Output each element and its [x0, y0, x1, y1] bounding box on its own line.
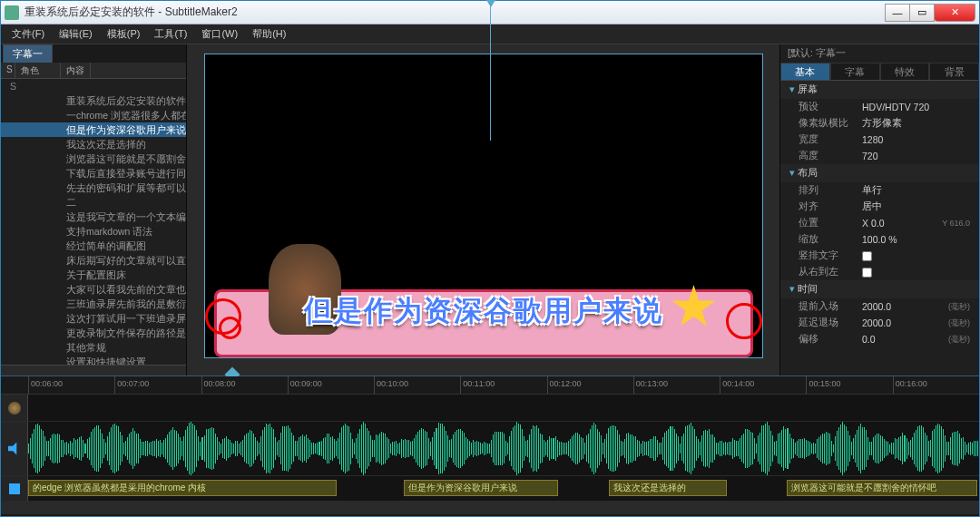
- list-item[interactable]: 一chrome 浏览器很多人都在夸: [1, 108, 186, 122]
- list-item[interactable]: 浏览器这可能就是不愿割舍的情: [1, 151, 186, 166]
- subtitle-list-panel: 字幕一 S 角色 内容 S重装系统后必定安装的软件一chrome 浏览器很多人都…: [1, 44, 187, 376]
- list-item[interactable]: 其他常规: [1, 340, 186, 355]
- video-preview[interactable]: 但是作为资深谷歌用户来说: [204, 54, 763, 358]
- list-item[interactable]: 大家可以看我先前的文章也是率: [1, 282, 186, 297]
- list-letter: S: [1, 79, 186, 93]
- col-role[interactable]: 角色: [15, 63, 61, 78]
- prop-pos-x[interactable]: X 0.0: [862, 218, 938, 229]
- prop-preset[interactable]: HDV/HDTV 720: [862, 102, 970, 112]
- menu-edit[interactable]: 编辑(E): [52, 25, 100, 43]
- ruler-tick: 00:10:00: [374, 376, 460, 394]
- prop-leadin[interactable]: 2000.0: [862, 301, 945, 312]
- preview-area: 但是作为资深谷歌用户来说: [187, 44, 779, 367]
- video-track[interactable]: [1, 395, 979, 422]
- app-icon: [5, 5, 19, 20]
- list-header: S 角色 内容: [1, 63, 186, 79]
- list-item[interactable]: 更改录制文件保存的路径是必不: [1, 326, 186, 340]
- list-hscroll[interactable]: [1, 365, 186, 376]
- audio-track-icon: [8, 443, 21, 455]
- menu-template[interactable]: 模板(P): [100, 25, 148, 43]
- subtitle-clip[interactable]: 的edge 浏览器虽然都是采用的chrome 内核: [28, 480, 337, 496]
- prop-aspect[interactable]: 方形像素: [862, 117, 970, 130]
- tab-bg[interactable]: 背景: [929, 63, 979, 80]
- prop-arrange[interactable]: 单行: [862, 184, 970, 197]
- list-item[interactable]: 支持markdown 语法: [1, 224, 186, 239]
- section-layout[interactable]: 布局: [780, 164, 979, 182]
- ruler-tick: 00:07:00: [114, 376, 201, 394]
- menu-window[interactable]: 窗口(W): [194, 25, 245, 43]
- ruler-tick: 00:14:00: [720, 376, 806, 394]
- list-item[interactable]: 关于配置图床: [1, 268, 186, 282]
- audio-track[interactable]: [1, 422, 979, 476]
- playhead[interactable]: [490, 0, 491, 141]
- subtitle-tab[interactable]: 字幕一: [3, 44, 53, 63]
- properties-panel: [默认: 字幕一 基本 字幕 特效 背景 屏幕 预设HDV/HDTV 720 像…: [779, 44, 979, 376]
- video-track-icon: [8, 402, 21, 415]
- window-title: 重装系统后必定安装的软件 - SubtitleMaker2: [24, 5, 886, 20]
- default-label: [默认: 字幕一: [780, 44, 979, 63]
- tab-basic[interactable]: 基本: [780, 63, 830, 80]
- section-screen[interactable]: 屏幕: [780, 81, 979, 99]
- col-s[interactable]: S: [1, 63, 15, 78]
- list-item[interactable]: 经过简单的调配图: [1, 239, 186, 253]
- ruler-tick: 00:09:00: [288, 376, 374, 394]
- prop-leadout[interactable]: 2000.0: [862, 317, 945, 328]
- tab-subtitle[interactable]: 字幕: [830, 63, 880, 80]
- menu-help[interactable]: 帮助(H): [245, 25, 293, 43]
- list-item[interactable]: 三班迪录屏先前我的是敷衍录屏: [1, 297, 186, 311]
- timeline: 00:06:0000:07:0000:08:0000:09:0000:10:00…: [1, 376, 979, 516]
- prop-vertical-check[interactable]: [862, 251, 872, 261]
- subtitle-text: 但是作为资深谷歌用户来说: [205, 292, 762, 330]
- subtitle-list[interactable]: S重装系统后必定安装的软件一chrome 浏览器很多人都在夸但是作为资深谷歌用户…: [1, 79, 186, 365]
- list-item[interactable]: 设置和快捷键设置: [1, 355, 186, 365]
- subtitle-track-icon: [9, 483, 20, 494]
- ruler-tick: 00:12:00: [547, 376, 633, 394]
- list-item[interactable]: 这次打算试用一下班迪录屏下载: [1, 311, 186, 326]
- time-ruler[interactable]: 00:06:0000:07:0000:08:0000:09:0000:10:00…: [1, 376, 979, 395]
- close-button[interactable]: ✕: [934, 4, 975, 22]
- subtitle-track[interactable]: 的edge 浏览器虽然都是采用的chrome 内核但是作为资深谷歌用户来说我这次…: [1, 476, 979, 502]
- timeline-hscroll[interactable]: [1, 502, 979, 514]
- ruler-tick: 00:16:00: [893, 376, 979, 394]
- list-item[interactable]: 床后期写好的文章就可以直接粘: [1, 253, 186, 268]
- ruler-tick: 00:06:00: [28, 376, 114, 394]
- ruler-tick: 00:15:00: [806, 376, 892, 394]
- prop-scale[interactable]: 100.0 %: [862, 234, 970, 245]
- section-time[interactable]: 时间: [780, 280, 979, 298]
- maximize-button[interactable]: ▭: [909, 4, 935, 22]
- prop-width[interactable]: 1280: [862, 134, 970, 145]
- ruler-tick: 00:13:00: [633, 376, 720, 394]
- list-item[interactable]: 这是我写文章的一个文本编辑器: [1, 210, 186, 224]
- subtitle-clip[interactable]: 但是作为资深谷歌用户来说: [404, 480, 558, 496]
- minimize-button[interactable]: —: [885, 4, 910, 22]
- subtitle-clip[interactable]: 浏览器这可能就是不愿割舍的情怀吧: [787, 480, 977, 496]
- list-item[interactable]: 我这次还是选择的: [1, 137, 186, 151]
- list-item[interactable]: 但是作为资深谷歌用户来说: [1, 122, 186, 137]
- col-content[interactable]: 内容: [61, 63, 91, 78]
- tab-effect[interactable]: 特效: [880, 63, 930, 80]
- prop-height[interactable]: 720: [862, 151, 970, 161]
- prop-offset[interactable]: 0.0: [862, 334, 945, 345]
- menu-tools[interactable]: 工具(T): [147, 25, 194, 43]
- subtitle-clip[interactable]: 我这次还是选择的: [609, 480, 727, 496]
- ruler-tick: 00:08:00: [201, 376, 288, 394]
- list-item[interactable]: 二: [1, 195, 186, 210]
- list-item[interactable]: 重装系统后必定安装的软件: [1, 93, 186, 108]
- menu-file[interactable]: 文件(F): [5, 25, 52, 43]
- prop-align[interactable]: 居中: [862, 200, 970, 213]
- list-item[interactable]: 下载后直接登录账号进行同步就: [1, 166, 186, 180]
- ruler-tick: 00:11:00: [460, 376, 546, 394]
- list-item[interactable]: 先去的密码和扩展等都可以直接: [1, 180, 186, 195]
- prop-rtl-check[interactable]: [862, 268, 872, 278]
